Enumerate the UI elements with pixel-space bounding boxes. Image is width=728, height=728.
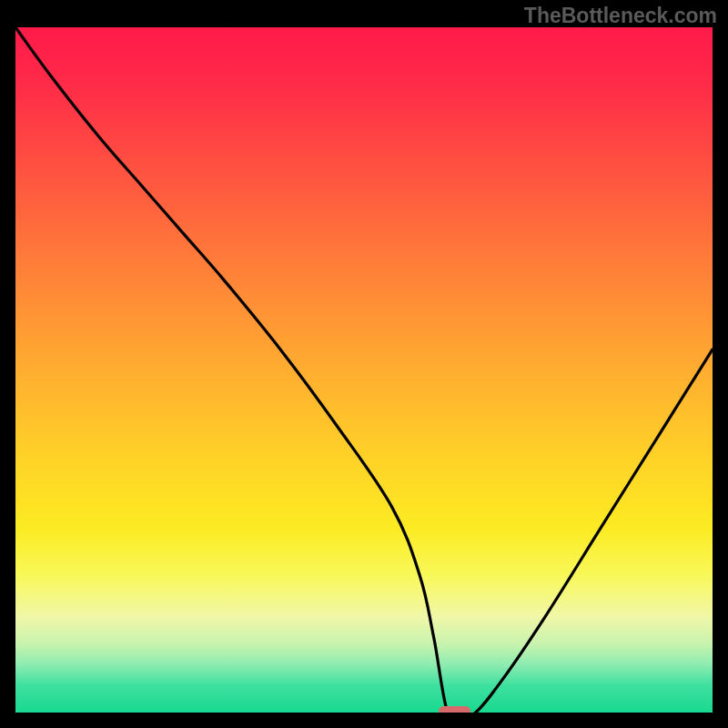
optimal-marker <box>439 706 470 713</box>
bottleneck-curve <box>15 27 713 713</box>
plot-area <box>15 27 713 713</box>
watermark-text: TheBottleneck.com <box>524 4 717 28</box>
curve-layer <box>15 27 713 713</box>
